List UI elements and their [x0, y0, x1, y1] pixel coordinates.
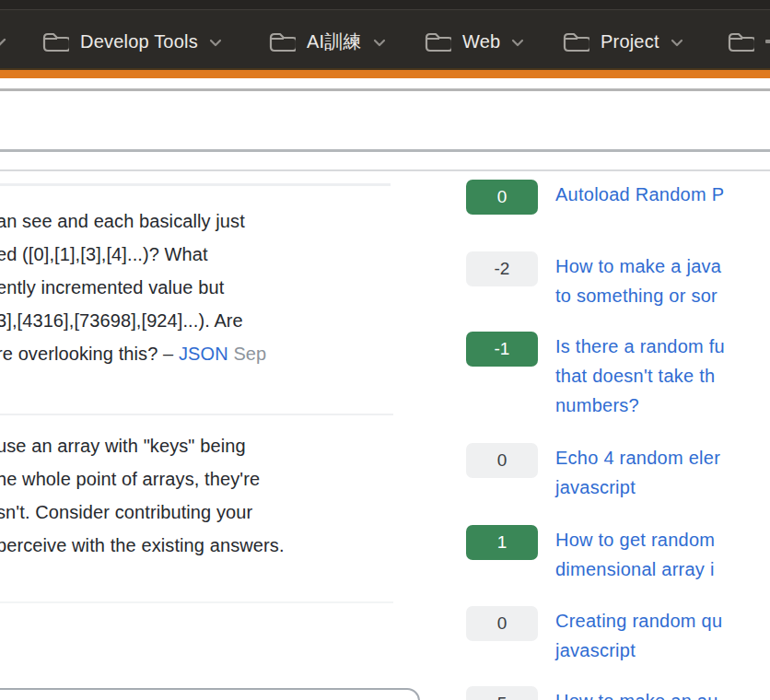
related-question-row: 0Echo 4 random elerjavascript: [466, 443, 720, 502]
browser-window: Develop Tools AI訓練 Web: [0, 0, 770, 700]
related-question-link[interactable]: How to get randomdimensional array i: [555, 525, 715, 584]
related-question-title-line: to something or sor: [555, 281, 721, 310]
window-edge-line: [0, 88, 770, 91]
comment-line: ently incremented value but: [0, 271, 420, 304]
bookmark-folder-partial[interactable]: [727, 28, 754, 55]
related-question-link[interactable]: Is there a random futhat doesn't take th…: [555, 332, 725, 420]
chevron-down-icon: [671, 36, 683, 48]
bookmark-folder-ai-training[interactable]: AI訓練: [268, 28, 386, 55]
comment-line: he whole point of arrays, they're: [0, 462, 420, 496]
window-edge-line: [0, 149, 770, 152]
related-question-link[interactable]: How to make an au: [555, 686, 718, 700]
bookmark-label: Develop Tools: [80, 31, 198, 52]
related-question-row: 0Creating random qujavascript: [466, 606, 722, 665]
add-comment-input[interactable]: [0, 688, 420, 700]
bookmark-folder-project[interactable]: Project: [562, 28, 683, 55]
bookmark-label: Project: [601, 31, 659, 52]
comment-divider: [0, 183, 391, 186]
comment-author-link[interactable]: JSON: [179, 344, 228, 364]
related-question-title-line: dimensional array i: [555, 554, 715, 584]
comment-divider: [0, 414, 393, 415]
comment-text: use an array with "keys" beinghe whole p…: [0, 429, 420, 562]
vote-count-badge: 0: [466, 606, 538, 641]
related-question-link[interactable]: Echo 4 random elerjavascript: [555, 443, 720, 502]
vote-count-badge: 5: [466, 686, 538, 700]
comment-divider: [0, 601, 393, 603]
folder-icon: [41, 29, 69, 53]
related-question-row: 1How to get randomdimensional array i: [466, 525, 715, 584]
folder-icon: [424, 29, 451, 53]
vote-count-badge: -2: [466, 251, 538, 286]
related-question-title-line: How to make an au: [555, 686, 718, 700]
vote-count-badge: 0: [466, 443, 538, 478]
related-question-title-line: Is there a random fu: [555, 332, 725, 361]
related-question-row: 0Autoload Random P: [466, 180, 724, 215]
bookmark-label: Web: [462, 31, 500, 52]
comment-line: 3],[4316],[73698],[924]...). Are: [0, 304, 420, 337]
comment-line: ed ([0],[1],[3],[4]...)? What: [0, 238, 420, 271]
related-question-title-line: javascript: [555, 636, 722, 665]
vote-count-badge: 1: [466, 525, 538, 560]
clipped-bookmark-label-fragment: [765, 40, 770, 43]
comment-text: an see and each basically justed ([0],[1…: [0, 204, 420, 370]
window-title-strip: [0, 0, 770, 10]
chevron-down-icon: [0, 35, 6, 48]
bookmark-label: AI訓練: [307, 29, 362, 54]
folder-icon: [268, 29, 296, 53]
bookmarks-bar: Develop Tools AI訓練 Web: [0, 0, 770, 68]
related-question-row: 5How to make an au: [466, 686, 718, 700]
chevron-down-icon: [511, 36, 524, 48]
related-question-link[interactable]: Autoload Random P: [555, 180, 724, 209]
comment-line: perceive with the existing answers.: [0, 529, 420, 562]
related-question-title-line: Echo 4 random eler: [555, 443, 720, 472]
folder-icon: [727, 29, 754, 53]
related-question-title-line: javascript: [555, 472, 720, 502]
content-top-border: [0, 169, 770, 171]
bookmark-folder-web[interactable]: Web: [424, 28, 524, 55]
related-question-title-line: Creating random qu: [555, 606, 722, 636]
theme-accent-strip: [0, 68, 770, 78]
comment-line: an see and each basically just: [0, 204, 420, 238]
chevron-down-icon: [373, 36, 386, 48]
chevron-down-icon: [209, 36, 222, 48]
related-question-row: -1Is there a random futhat doesn't take …: [466, 332, 725, 420]
vote-count-badge: 0: [466, 180, 538, 215]
related-question-title-line: numbers?: [555, 391, 725, 420]
related-question-link[interactable]: Creating random qujavascript: [555, 606, 722, 665]
comment-line: use an array with "keys" being: [0, 429, 420, 462]
bookmark-overflow-chevron[interactable]: [0, 28, 6, 55]
related-question-title-line: How to get random: [555, 525, 715, 554]
comment-line: sn't. Consider contributing your: [0, 496, 420, 529]
comment-date: Sep: [233, 344, 266, 364]
related-question-title-line: that doesn't take th: [555, 361, 725, 391]
related-question-row: -2How to make a javato something or sor: [466, 251, 721, 310]
vote-count-badge: -1: [466, 332, 538, 367]
related-question-title-line: How to make a java: [555, 251, 721, 281]
related-question-title-line: Autoload Random P: [555, 180, 724, 209]
folder-icon: [562, 29, 589, 53]
related-question-link[interactable]: How to make a javato something or sor: [555, 251, 721, 310]
comment-byline: re overlooking this? – JSON Sep: [0, 337, 420, 370]
bookmark-folder-develop-tools[interactable]: Develop Tools: [41, 28, 222, 55]
